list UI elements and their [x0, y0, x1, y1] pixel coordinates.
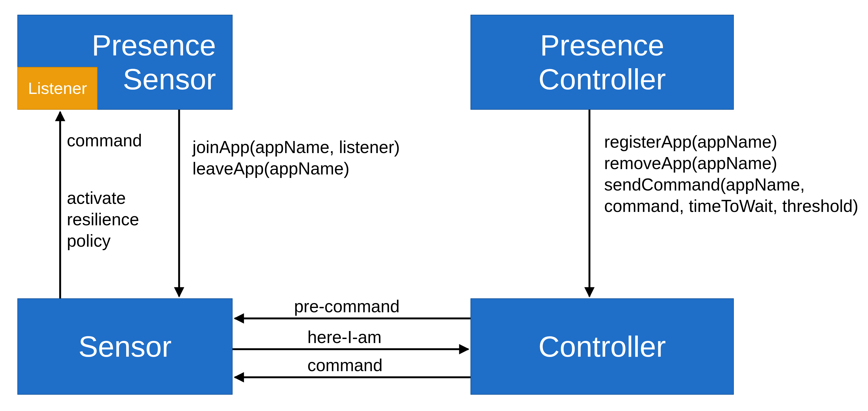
- label-join-leave: joinApp(appName, listener) leaveApp(appN…: [192, 137, 400, 179]
- label-pre-command: pre-command: [294, 296, 400, 317]
- controller-label: Controller: [538, 330, 666, 364]
- sensor-box: Sensor: [18, 298, 232, 395]
- presence-controller-box: Presence Controller: [470, 15, 734, 110]
- controller-box: Controller: [470, 298, 734, 395]
- sensor-label: Sensor: [78, 330, 172, 364]
- label-controller-calls: registerApp(appName) removeApp(appName) …: [604, 131, 858, 217]
- listener-box: Listener: [18, 67, 98, 110]
- label-command-up: command: [67, 130, 142, 151]
- label-activate-resilience-policy: activate resilience policy: [67, 187, 139, 252]
- presence-controller-label: Presence Controller: [538, 28, 666, 96]
- label-here-i-am: here-I-am: [307, 326, 381, 348]
- diagram-canvas: Presence Sensor Listener Presence Contro…: [0, 0, 868, 411]
- label-command-mid: command: [307, 355, 382, 376]
- listener-label: Listener: [28, 79, 87, 98]
- presence-sensor-label: Presence Sensor: [92, 28, 216, 96]
